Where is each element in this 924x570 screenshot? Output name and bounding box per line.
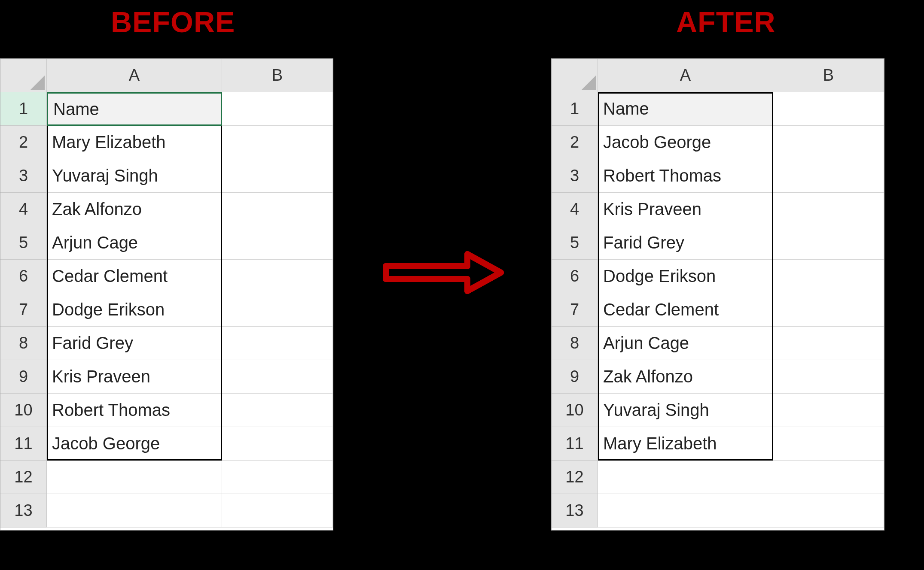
row-header-7[interactable]: 7 — [552, 293, 598, 327]
cell-B6[interactable] — [222, 260, 333, 293]
cell-B2[interactable] — [773, 126, 884, 159]
caption-before: BEFORE — [111, 5, 235, 39]
row-header-6[interactable]: 6 — [552, 260, 598, 293]
cell-A11[interactable]: Jacob George — [47, 427, 222, 461]
cell-B5[interactable] — [222, 226, 333, 260]
cell-A4[interactable]: Kris Praveen — [598, 193, 773, 226]
cell-B5[interactable] — [773, 226, 884, 260]
cell-A7[interactable]: Dodge Erikson — [47, 293, 222, 327]
row-header-4[interactable]: 4 — [0, 193, 47, 226]
cell-A2[interactable]: Jacob George — [598, 126, 773, 159]
row-header-9[interactable]: 9 — [552, 360, 598, 394]
row-header-13[interactable]: 13 — [0, 494, 47, 528]
cell-B7[interactable] — [773, 293, 884, 327]
row-header-6[interactable]: 6 — [0, 260, 47, 293]
cell-A3[interactable]: Yuvaraj Singh — [47, 159, 222, 193]
svg-marker-0 — [30, 76, 45, 90]
row-header-2[interactable]: 2 — [0, 126, 47, 159]
cell-A8[interactable]: Farid Grey — [47, 327, 222, 360]
cell-B2[interactable] — [222, 126, 333, 159]
row-header-1[interactable]: 1 — [0, 92, 47, 126]
arrow-right-icon — [381, 249, 506, 296]
cell-A8[interactable]: Arjun Cage — [598, 327, 773, 360]
cell-B1[interactable] — [222, 92, 333, 126]
cell-A2[interactable]: Mary Elizabeth — [47, 126, 222, 159]
row-header-3[interactable]: 3 — [0, 159, 47, 193]
row-header-12[interactable]: 12 — [552, 461, 598, 494]
row-header-5[interactable]: 5 — [552, 226, 598, 260]
cell-A13[interactable] — [598, 494, 773, 528]
column-header-A[interactable]: A — [598, 59, 773, 92]
cell-A12[interactable] — [598, 461, 773, 494]
cell-B12[interactable] — [222, 461, 333, 494]
cell-A10[interactable]: Yuvaraj Singh — [598, 394, 773, 427]
row-header-4[interactable]: 4 — [552, 193, 598, 226]
cell-A4[interactable]: Zak Alfonzo — [47, 193, 222, 226]
row-header-8[interactable]: 8 — [552, 327, 598, 360]
cell-B7[interactable] — [222, 293, 333, 327]
column-header-B[interactable]: B — [773, 59, 884, 92]
cell-B11[interactable] — [773, 427, 884, 461]
cell-A9[interactable]: Kris Praveen — [47, 360, 222, 394]
caption-after: AFTER — [676, 5, 776, 39]
cell-B12[interactable] — [773, 461, 884, 494]
row-header-10[interactable]: 10 — [552, 394, 598, 427]
cell-B1[interactable] — [773, 92, 884, 126]
cell-A5[interactable]: Farid Grey — [598, 226, 773, 260]
column-header-B[interactable]: B — [222, 59, 333, 92]
cell-A12[interactable] — [47, 461, 222, 494]
cell-B9[interactable] — [222, 360, 333, 394]
cell-B11[interactable] — [222, 427, 333, 461]
row-header-5[interactable]: 5 — [0, 226, 47, 260]
cell-B8[interactable] — [773, 327, 884, 360]
row-header-10[interactable]: 10 — [0, 394, 47, 427]
cell-A1[interactable]: Name — [598, 92, 773, 126]
cell-B3[interactable] — [222, 159, 333, 193]
cell-A5[interactable]: Arjun Cage — [47, 226, 222, 260]
cell-B4[interactable] — [222, 193, 333, 226]
cell-A7[interactable]: Cedar Clement — [598, 293, 773, 327]
cell-B3[interactable] — [773, 159, 884, 193]
cell-B10[interactable] — [222, 394, 333, 427]
cell-B9[interactable] — [773, 360, 884, 394]
row-header-1[interactable]: 1 — [552, 92, 598, 126]
spreadsheet-before[interactable]: A B 1 Name 2 Mary Elizabeth 3 Yuvaraj Si… — [0, 58, 333, 531]
cell-B13[interactable] — [222, 494, 333, 528]
row-header-11[interactable]: 11 — [552, 427, 598, 461]
cell-A1[interactable]: Name — [47, 92, 222, 126]
row-header-2[interactable]: 2 — [552, 126, 598, 159]
cell-A11[interactable]: Mary Elizabeth — [598, 427, 773, 461]
cell-A10[interactable]: Robert Thomas — [47, 394, 222, 427]
row-header-3[interactable]: 3 — [552, 159, 598, 193]
cell-B6[interactable] — [773, 260, 884, 293]
cell-B8[interactable] — [222, 327, 333, 360]
cell-A3[interactable]: Robert Thomas — [598, 159, 773, 193]
row-header-8[interactable]: 8 — [0, 327, 47, 360]
row-header-9[interactable]: 9 — [0, 360, 47, 394]
row-header-7[interactable]: 7 — [0, 293, 47, 327]
cell-A6[interactable]: Dodge Erikson — [598, 260, 773, 293]
select-all-corner[interactable] — [0, 59, 47, 92]
cell-B4[interactable] — [773, 193, 884, 226]
select-all-corner[interactable] — [552, 59, 598, 92]
cell-B10[interactable] — [773, 394, 884, 427]
row-header-12[interactable]: 12 — [0, 461, 47, 494]
cell-A9[interactable]: Zak Alfonzo — [598, 360, 773, 394]
svg-marker-1 — [581, 76, 596, 90]
cell-B13[interactable] — [773, 494, 884, 528]
cell-A6[interactable]: Cedar Clement — [47, 260, 222, 293]
cell-A13[interactable] — [47, 494, 222, 528]
spreadsheet-after[interactable]: A B 1 Name 2 Jacob George 3 Robert Thoma… — [551, 58, 884, 531]
column-header-A[interactable]: A — [47, 59, 222, 92]
row-header-11[interactable]: 11 — [0, 427, 47, 461]
row-header-13[interactable]: 13 — [552, 494, 598, 528]
